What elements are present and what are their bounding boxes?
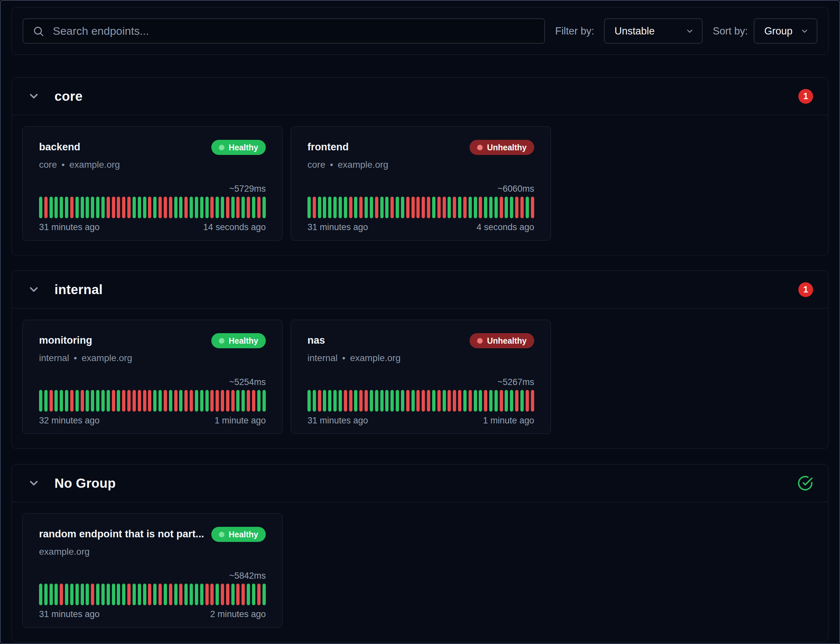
group-cards: backend Healthy core • example.org ~5729… bbox=[12, 115, 828, 255]
group-header[interactable]: core 1 bbox=[12, 77, 828, 115]
history-bar bbox=[107, 390, 110, 412]
endpoint-card[interactable]: frontend Unhealthy core • example.org ~6… bbox=[291, 127, 551, 241]
group-header[interactable]: internal 1 bbox=[12, 271, 828, 308]
history-bar bbox=[153, 390, 156, 412]
history-bar bbox=[112, 197, 115, 218]
group-cards: random endpoint that is not part... Heal… bbox=[12, 502, 828, 642]
chevron-down-icon bbox=[28, 283, 40, 296]
history-bar bbox=[344, 390, 347, 412]
history-bar bbox=[216, 390, 219, 412]
history-bar bbox=[117, 390, 120, 412]
history-bar bbox=[49, 583, 53, 605]
history-bar bbox=[117, 583, 120, 605]
history-bar bbox=[179, 583, 182, 605]
history-bar bbox=[359, 390, 363, 412]
history-bar bbox=[216, 583, 219, 605]
history-bar bbox=[422, 390, 425, 412]
history-bar bbox=[96, 197, 99, 218]
endpoint-host: example.org bbox=[39, 547, 90, 557]
status-label: Healthy bbox=[229, 336, 258, 346]
history-bar bbox=[200, 197, 203, 218]
status-label: Healthy bbox=[229, 143, 258, 152]
history-bar bbox=[75, 583, 79, 605]
history-bar bbox=[44, 390, 48, 412]
history-bar bbox=[138, 583, 141, 605]
history-from: 31 minutes ago bbox=[39, 222, 100, 232]
subtitle-separator: • bbox=[330, 159, 333, 170]
history-bar bbox=[448, 390, 451, 412]
filter-dropdown[interactable]: Unstable bbox=[604, 18, 702, 44]
history-bar bbox=[60, 390, 63, 412]
history-bar bbox=[231, 583, 235, 605]
history-bar bbox=[127, 197, 131, 218]
history-bar bbox=[70, 197, 74, 218]
history-bar bbox=[195, 197, 198, 218]
history-to: 1 minute ago bbox=[215, 416, 266, 426]
sort-dropdown[interactable]: Group bbox=[754, 18, 817, 44]
history-from: 31 minutes ago bbox=[307, 416, 368, 426]
history-bar bbox=[205, 583, 209, 605]
history-bars bbox=[39, 197, 266, 218]
history-bar bbox=[184, 390, 188, 412]
history-bar bbox=[241, 390, 245, 412]
history-bar bbox=[247, 390, 250, 412]
status-badge: Healthy bbox=[211, 140, 266, 155]
endpoint-card[interactable]: nas Unhealthy internal • example.org ~52… bbox=[291, 320, 551, 434]
history-bar bbox=[159, 197, 162, 218]
group-title: internal bbox=[54, 282, 103, 297]
history-bar bbox=[401, 390, 404, 412]
history-from: 31 minutes ago bbox=[39, 609, 100, 619]
history-bar bbox=[323, 197, 326, 218]
history-bar bbox=[54, 197, 58, 218]
history-bar bbox=[179, 390, 182, 412]
history-bar bbox=[412, 197, 415, 218]
search-input[interactable] bbox=[52, 24, 535, 38]
history-bar bbox=[375, 390, 378, 412]
group-section: internal 1 monitoring Healthy internal •… bbox=[11, 271, 829, 449]
history-bar bbox=[328, 197, 331, 218]
history-bar bbox=[354, 197, 357, 218]
history-bar bbox=[484, 390, 487, 412]
history-bar bbox=[474, 390, 477, 412]
history-bar bbox=[221, 390, 224, 412]
history-bar bbox=[159, 583, 162, 605]
endpoint-card[interactable]: random endpoint that is not part... Heal… bbox=[22, 513, 282, 628]
history-bar bbox=[380, 390, 384, 412]
history-bar bbox=[396, 390, 399, 412]
history-bar bbox=[427, 390, 430, 412]
history-bar bbox=[494, 390, 498, 412]
history-bar bbox=[463, 390, 467, 412]
history-bar bbox=[169, 197, 172, 218]
history-bar bbox=[526, 390, 529, 412]
history-bar bbox=[328, 390, 331, 412]
history-bar bbox=[65, 583, 68, 605]
history-bar bbox=[221, 197, 224, 218]
history-bar bbox=[307, 197, 311, 218]
history-bar bbox=[148, 583, 151, 605]
history-bar bbox=[401, 197, 404, 218]
endpoint-card[interactable]: monitoring Healthy internal • example.or… bbox=[22, 320, 282, 434]
history-bar bbox=[49, 390, 53, 412]
history-bar bbox=[252, 197, 255, 218]
history-bar bbox=[127, 390, 131, 412]
history-bar bbox=[479, 390, 482, 412]
history-bar bbox=[96, 390, 99, 412]
history-bar bbox=[427, 197, 430, 218]
endpoint-group-label: core bbox=[39, 159, 57, 170]
history-bar bbox=[210, 390, 213, 412]
history-to: 1 minute ago bbox=[483, 416, 534, 426]
history-bar bbox=[364, 197, 368, 218]
history-bar bbox=[127, 583, 131, 605]
history-bar bbox=[406, 390, 410, 412]
endpoint-card[interactable]: backend Healthy core • example.org ~5729… bbox=[22, 127, 282, 241]
history-bar bbox=[515, 197, 518, 218]
history-bar bbox=[184, 583, 188, 605]
group-header[interactable]: No Group bbox=[12, 465, 828, 502]
history-bar bbox=[349, 197, 353, 218]
latency-value: ~5254ms bbox=[39, 377, 266, 387]
status-label: Unhealthy bbox=[487, 336, 527, 346]
history-bar bbox=[453, 390, 456, 412]
search-box[interactable] bbox=[23, 18, 545, 44]
history-bar bbox=[226, 583, 230, 605]
history-bar bbox=[417, 390, 420, 412]
